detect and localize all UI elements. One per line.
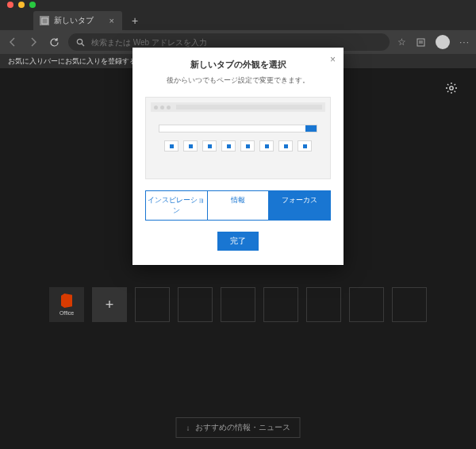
reading-list-icon[interactable] xyxy=(416,37,426,48)
browser-tab[interactable]: 新しいタブ × xyxy=(33,11,122,30)
new-tab-button[interactable]: + xyxy=(125,11,144,30)
done-button[interactable]: 完了 xyxy=(217,232,259,251)
option-focus[interactable]: フォーカス xyxy=(269,191,330,220)
refresh-button[interactable] xyxy=(48,36,60,48)
svg-point-1 xyxy=(77,39,82,44)
preview-chrome xyxy=(151,102,325,112)
profile-avatar[interactable] xyxy=(436,35,450,49)
tab-title: 新しいタブ xyxy=(54,15,94,26)
more-menu-icon[interactable]: ··· xyxy=(459,36,470,48)
favorite-icon[interactable]: ☆ xyxy=(397,36,406,48)
window-titlebar xyxy=(0,0,476,10)
layout-chooser-modal: × 新しいタブの外観を選択 後からいつでもページ設定で変更できます。 xyxy=(132,48,344,265)
svg-rect-0 xyxy=(41,17,47,23)
minimize-window-icon[interactable] xyxy=(18,2,25,8)
layout-options: インスピレーション 情報 フォーカス xyxy=(145,190,331,221)
svg-line-2 xyxy=(82,44,84,46)
forward-button[interactable] xyxy=(27,36,40,48)
maximize-window-icon[interactable] xyxy=(29,2,36,8)
option-inspiration[interactable]: インスピレーション xyxy=(146,191,208,220)
traffic-lights xyxy=(7,2,36,8)
tab-strip: 新しいタブ × + xyxy=(0,10,476,30)
preview-search xyxy=(159,125,317,132)
modal-subtitle: 後からいつでもページ設定で変更できます。 xyxy=(145,75,331,86)
option-info[interactable]: 情報 xyxy=(208,191,270,220)
address-input[interactable] xyxy=(91,38,382,47)
modal-overlay: × 新しいタブの外観を選択 後からいつでもページ設定で変更できます。 xyxy=(0,68,476,449)
page-icon xyxy=(40,16,49,25)
back-button[interactable] xyxy=(6,36,19,48)
search-icon xyxy=(76,38,85,47)
close-window-icon[interactable] xyxy=(7,2,13,8)
preview-tiles xyxy=(159,140,317,152)
modal-title: 新しいタブの外観を選択 xyxy=(145,59,331,71)
layout-preview xyxy=(145,97,331,179)
close-tab-icon[interactable]: × xyxy=(108,16,116,25)
new-tab-page: Office + ↓ おすすめの情報・ニュース × 新しいタブの外観を選択 後か… xyxy=(0,68,476,449)
modal-close-icon[interactable]: × xyxy=(330,54,336,65)
